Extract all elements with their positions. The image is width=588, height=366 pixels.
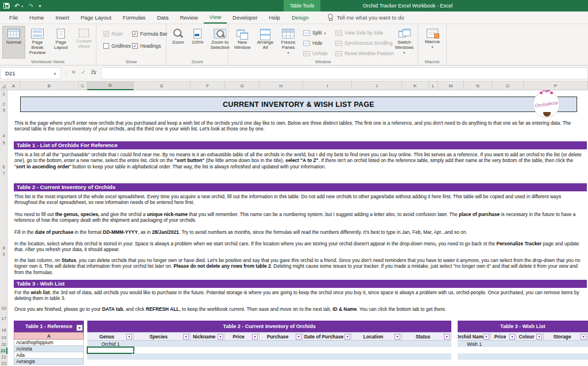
column-header-E[interactable]: E (134, 82, 191, 90)
inventory-table-header-genus[interactable]: Genus (87, 332, 134, 341)
wishlist-table-row[interactable]: Wish 1 (458, 341, 588, 347)
100-button[interactable]: 100% (188, 26, 207, 59)
inventory-table-header-location[interactable]: Location (352, 332, 402, 341)
reference-row-aerangis[interactable]: Aerangis (14, 359, 84, 365)
column-header-H[interactable]: H (260, 82, 303, 90)
tab-help[interactable]: Help (263, 11, 286, 24)
row-header-3[interactable]: 3 (0, 107, 7, 113)
tab-view[interactable]: View (204, 11, 227, 24)
inventory-table-header-purchase[interactable]: Purchase (260, 332, 303, 341)
reference-column-header[interactable]: A (14, 332, 84, 340)
inventory-table-row[interactable] (87, 353, 451, 360)
column-header-B[interactable]: B (20, 82, 79, 90)
row-header-9[interactable]: 9 (0, 251, 7, 257)
tab-file[interactable]: File (3, 11, 24, 24)
filter-dropdown-icon[interactable] (536, 334, 542, 340)
inventory-table-row[interactable]: Orchid 1 (87, 341, 451, 347)
column-header-A[interactable]: A (7, 82, 20, 90)
column-header-D[interactable]: D (87, 82, 134, 90)
column-header-M[interactable]: M (438, 82, 464, 90)
tab-insert[interactable]: Insert (50, 11, 75, 24)
row-header-10[interactable]: 10 (0, 305, 7, 311)
formula-input[interactable] (101, 67, 588, 79)
inventory-table-header-date-of-purchase[interactable]: Date of Purchase (303, 332, 352, 341)
name-box[interactable]: D21 ▼ (0, 67, 61, 79)
page-break-preview-button[interactable]: Page Break Preview (26, 26, 49, 59)
row-header-6[interactable]: 6 (0, 164, 7, 170)
inventory-table-header-status[interactable]: Status (402, 332, 451, 341)
wishlist-table-row[interactable] (458, 347, 588, 353)
inventory-table-header-nickname[interactable]: Nickname (191, 332, 225, 341)
undo-icon[interactable] (14, 2, 20, 10)
row-header-4[interactable]: 4 (0, 133, 7, 139)
wishlist-table-header-storage[interactable]: Storage (544, 332, 588, 341)
column-header-K[interactable]: K (402, 82, 429, 90)
insert-function-icon[interactable]: fx (91, 69, 96, 75)
cancel-icon[interactable]: ✕ (71, 69, 76, 75)
filter-dropdown-icon[interactable] (444, 334, 450, 340)
tab-formulas[interactable]: Formulas (117, 11, 152, 24)
fill-handle[interactable] (132, 352, 135, 355)
column-header-L[interactable]: L (429, 82, 438, 90)
column-header-O[interactable]: O (492, 82, 524, 90)
inventory-table-header-price[interactable]: Price (225, 332, 260, 341)
tab-review[interactable]: Review (174, 11, 203, 24)
sort-filter-icon[interactable] (76, 325, 83, 331)
wishlist-table-header-colour[interactable]: Colour (517, 332, 544, 341)
arrange-all-button[interactable]: Arrange All (254, 26, 277, 59)
column-header-P[interactable]: P (524, 82, 588, 90)
filter-dropdown-icon[interactable] (126, 334, 132, 340)
wishlist-table-header-price[interactable]: Price (491, 332, 517, 341)
column-header-N[interactable]: N (464, 82, 492, 90)
inventory-table-row[interactable] (87, 347, 451, 353)
row-header-1[interactable]: 1 (0, 91, 7, 97)
save-icon[interactable] (3, 3, 9, 9)
reference-row-acanthophippium[interactable]: Acanthophippium (14, 340, 84, 346)
row-header-21[interactable]: 21 (0, 348, 7, 354)
gridlines-checkbox[interactable]: Gridlines (103, 43, 131, 49)
select-all-icon[interactable] (1, 84, 6, 88)
undo-dropdown-icon[interactable]: ▾ (21, 4, 23, 8)
headings-checkbox[interactable]: Headings (132, 43, 161, 49)
zoom-button[interactable]: Zoom (169, 26, 187, 59)
page-layout-button[interactable]: Page Layout (49, 26, 72, 59)
filter-dropdown-icon[interactable] (483, 334, 489, 340)
row-header-7[interactable]: 7 (0, 170, 7, 176)
reference-row-ada[interactable]: Ada (14, 352, 84, 359)
row-header-5[interactable]: 5 (0, 140, 7, 146)
filter-dropdown-icon[interactable] (252, 334, 258, 340)
normal-button[interactable]: Normal (2, 26, 25, 59)
freeze-panes-button[interactable]: Freeze Panes (277, 26, 300, 59)
macros-button[interactable]: Macros (421, 26, 444, 59)
selected-cell-D21[interactable] (87, 346, 134, 354)
filter-dropdown-icon[interactable] (183, 334, 189, 340)
filter-dropdown-icon[interactable] (345, 334, 350, 340)
wishlist-table-row[interactable] (458, 353, 588, 360)
tab-data[interactable]: Data (151, 11, 174, 24)
filter-dropdown-icon[interactable] (394, 334, 400, 340)
table-cell-wish-1[interactable]: Wish 1 (458, 341, 491, 347)
switch-windows-button[interactable]: Switch Windows (392, 26, 417, 59)
column-header-F[interactable]: F (191, 82, 225, 90)
filter-dropdown-icon[interactable] (296, 334, 301, 340)
column-header-C[interactable]: C (79, 82, 87, 90)
wishlist-table-header-orchid-name[interactable]: Orchid Name (458, 332, 491, 341)
inventory-table-row[interactable] (87, 360, 451, 366)
filter-dropdown-icon[interactable] (509, 334, 515, 340)
customize-qat-icon[interactable]: ▾ (38, 3, 40, 9)
name-box-dropdown-icon[interactable]: ▼ (53, 72, 57, 76)
column-header-J[interactable]: J (352, 82, 402, 90)
column-header-G[interactable]: G (225, 82, 260, 90)
split-button[interactable]: Split▾ (303, 29, 326, 37)
row-header-19[interactable]: 19 (0, 334, 7, 341)
wishlist-table-row[interactable] (458, 360, 588, 366)
tab-page-layout[interactable]: Page Layout (75, 11, 117, 24)
tab-design[interactable]: Design (286, 11, 315, 24)
filter-dropdown-icon[interactable] (581, 334, 586, 340)
hide-button[interactable]: Hide (303, 39, 322, 47)
row-header-17[interactable]: 17 (0, 315, 7, 322)
enter-icon[interactable]: ✓ (81, 69, 86, 75)
row-header-23[interactable]: 23 (0, 360, 7, 366)
tab-developer[interactable]: Developer (227, 11, 263, 24)
filter-dropdown-icon[interactable] (218, 334, 223, 340)
